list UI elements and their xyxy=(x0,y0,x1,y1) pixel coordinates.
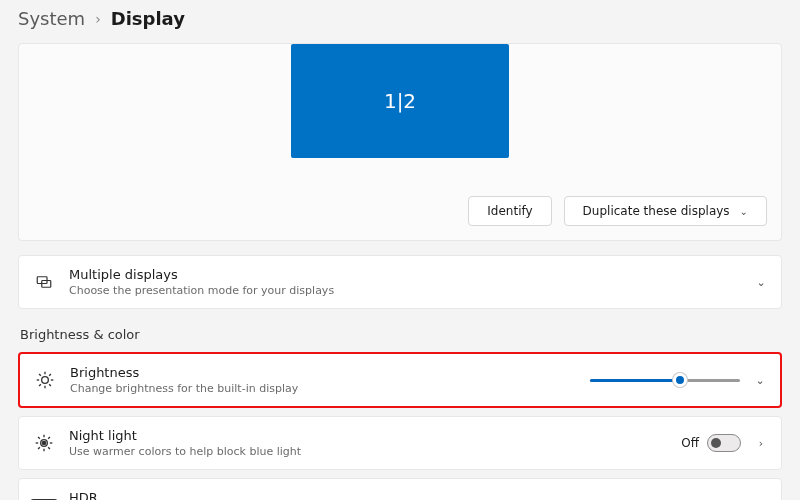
chevron-down-icon: ⌄ xyxy=(740,206,748,217)
svg-line-7 xyxy=(39,374,41,376)
svg-point-20 xyxy=(42,441,45,444)
multiple-displays-row[interactable]: Multiple displays Choose the presentatio… xyxy=(18,255,782,309)
display-arrangement-card: 1|2 Identify Duplicate these displays ⌄ xyxy=(18,43,782,241)
hdr-title: HDR xyxy=(69,490,159,500)
toggle-switch[interactable] xyxy=(707,434,741,452)
monitor-label: 1|2 xyxy=(384,89,416,113)
toggle-knob xyxy=(711,438,721,448)
duplicate-displays-label: Duplicate these displays xyxy=(583,204,730,218)
chevron-down-icon: ⌄ xyxy=(755,276,767,289)
multiple-displays-title: Multiple displays xyxy=(69,267,334,282)
night-light-toggle[interactable]: Off xyxy=(681,434,741,452)
svg-line-19 xyxy=(48,437,50,439)
brightness-icon xyxy=(34,369,56,391)
brightness-slider[interactable] xyxy=(590,371,740,389)
duplicate-displays-dropdown[interactable]: Duplicate these displays ⌄ xyxy=(564,196,767,226)
svg-line-9 xyxy=(39,384,41,386)
display-arrangement-area[interactable]: 1|2 xyxy=(33,44,767,158)
identify-button[interactable]: Identify xyxy=(468,196,551,226)
night-light-subtitle: Use warmer colors to help block blue lig… xyxy=(69,445,301,458)
chevron-right-icon: › xyxy=(95,11,101,27)
monitor-tile[interactable]: 1|2 xyxy=(291,44,509,158)
chevron-down-icon: ⌄ xyxy=(754,374,766,387)
brightness-slider-thumb[interactable] xyxy=(673,373,687,387)
multiple-displays-icon xyxy=(33,271,55,293)
night-light-row[interactable]: Night light Use warmer colors to help bl… xyxy=(18,416,782,470)
brightness-slider-fill xyxy=(590,379,680,382)
identify-button-label: Identify xyxy=(487,204,532,218)
hdr-row[interactable]: HDR HDR More about HDR › xyxy=(18,478,782,500)
hdr-icon: HDR xyxy=(33,494,55,500)
night-light-state-label: Off xyxy=(681,436,699,450)
brightness-subtitle: Change brightness for the built-in displ… xyxy=(70,382,298,395)
svg-line-18 xyxy=(38,447,40,449)
chevron-right-icon: › xyxy=(755,437,767,450)
section-brightness-color-label: Brightness & color xyxy=(20,327,780,342)
svg-line-10 xyxy=(49,374,51,376)
breadcrumb-parent[interactable]: System xyxy=(18,8,85,29)
svg-line-8 xyxy=(49,384,51,386)
breadcrumb: System › Display xyxy=(18,0,782,43)
brightness-row[interactable]: Brightness Change brightness for the bui… xyxy=(18,352,782,408)
page-title: Display xyxy=(111,8,185,29)
multiple-displays-subtitle: Choose the presentation mode for your di… xyxy=(69,284,334,297)
night-light-title: Night light xyxy=(69,428,301,443)
svg-point-2 xyxy=(42,377,49,384)
svg-line-17 xyxy=(48,447,50,449)
svg-line-16 xyxy=(38,437,40,439)
brightness-title: Brightness xyxy=(70,365,298,380)
night-light-icon xyxy=(33,432,55,454)
